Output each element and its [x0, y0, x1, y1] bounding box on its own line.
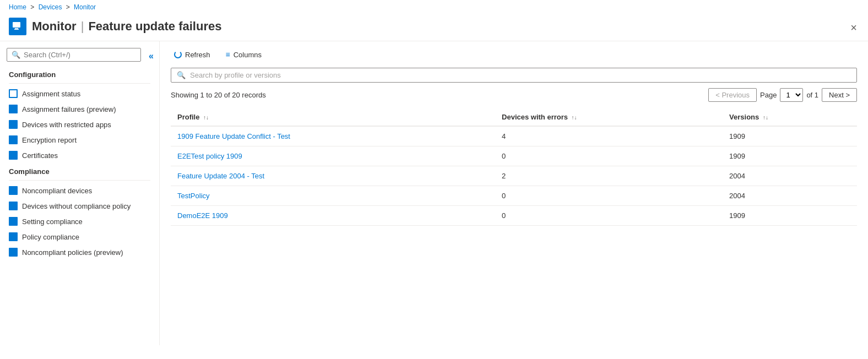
sidebar-item-devices-without-compliance[interactable]: Devices without compliance policy [0, 198, 159, 214]
sidebar-search-row: 🔍 « [0, 46, 159, 66]
sort-icon-versions: ↑↓ [763, 115, 768, 121]
svg-rect-1 [15, 28, 18, 29]
sidebar-item-noncompliant-devices[interactable]: Noncompliant devices [0, 183, 159, 198]
profile-link[interactable]: 1909 Feature Update Conflict - Test [177, 132, 290, 140]
section-title-configuration: Configuration [0, 66, 159, 81]
nav-icon [9, 248, 18, 257]
sidebar-item-setting-compliance[interactable]: Setting compliance [0, 214, 159, 229]
pagination-row: Showing 1 to 20 of 20 records < Previous… [171, 88, 857, 102]
nav-icon [9, 186, 18, 195]
breadcrumb: Home > Devices > Monitor [0, 0, 868, 14]
cell-versions: 1909 [723, 126, 857, 146]
sort-icon-devices-errors: ↑↓ [572, 115, 577, 121]
svg-rect-3 [10, 90, 17, 97]
sidebar-search-input[interactable] [24, 51, 136, 59]
sidebar-item-assignment-failures[interactable]: Assignment failures (preview) [0, 101, 159, 117]
nav-icon [9, 202, 18, 210]
profile-link[interactable]: E2ETest policy 1909 [177, 152, 242, 160]
cell-profile: DemoE2E 1909 [171, 206, 495, 226]
search-icon: 🔍 [12, 51, 20, 59]
cell-versions: 1909 [723, 206, 857, 226]
cell-versions: 1909 [723, 146, 857, 166]
cell-devices-errors: 0 [495, 186, 723, 206]
sidebar-item-certificates[interactable]: Certificates [0, 148, 159, 163]
nav-icon [9, 105, 18, 113]
table-row: TestPolicy02004 [171, 186, 857, 206]
title-row: Monitor|Feature update failures × [0, 14, 868, 41]
svg-rect-2 [14, 29, 19, 30]
columns-button[interactable]: ≡ Columns [223, 48, 265, 61]
next-button[interactable]: Next > [822, 88, 857, 102]
profile-link[interactable]: TestPolicy [177, 192, 210, 200]
close-button[interactable]: × [848, 20, 859, 35]
table-row: Feature Update 2004 - Test22004 [171, 166, 857, 186]
profile-link[interactable]: DemoE2E 1909 [177, 211, 228, 220]
table-row: DemoE2E 190901909 [171, 206, 857, 226]
sidebar-item-devices-restricted-apps[interactable]: Devices with restricted apps [0, 117, 159, 132]
sidebar-item-noncompliant-policies[interactable]: Noncompliant policies (preview) [0, 244, 159, 260]
sidebar-item-assignment-status[interactable]: Assignment status [0, 86, 159, 101]
cell-versions: 2004 [723, 166, 857, 186]
table-header-row: Profile ↑↓ Devices with errors ↑↓ Versio… [171, 108, 857, 126]
of-label: of 1 [806, 91, 818, 99]
content-search-icon: 🔍 [177, 71, 186, 79]
sidebar-item-encryption-report[interactable]: Encryption report [0, 132, 159, 148]
cell-profile: TestPolicy [171, 186, 495, 206]
sidebar-divider-1 [9, 83, 150, 84]
column-header-profile[interactable]: Profile ↑↓ [171, 108, 495, 126]
sidebar-divider-2 [9, 180, 150, 181]
nav-icon [9, 89, 18, 98]
cell-devices-errors: 0 [495, 146, 723, 166]
nav-icon [9, 232, 18, 241]
page-title: Monitor|Feature update failures [32, 19, 221, 34]
nav-icon [9, 120, 18, 129]
collapse-button[interactable]: « [145, 50, 157, 62]
page-label: Page [760, 91, 777, 99]
content-search-input[interactable] [190, 71, 851, 79]
table-row: 1909 Feature Update Conflict - Test41909 [171, 126, 857, 146]
main-layout: 🔍 « Configuration Assignment status Assi… [0, 41, 868, 345]
cell-profile: E2ETest policy 1909 [171, 146, 495, 166]
cell-profile: 1909 Feature Update Conflict - Test [171, 126, 495, 146]
breadcrumb-devices[interactable]: Devices [39, 3, 62, 11]
data-table: Profile ↑↓ Devices with errors ↑↓ Versio… [171, 108, 857, 226]
sidebar: 🔍 « Configuration Assignment status Assi… [0, 41, 160, 345]
columns-icon: ≡ [226, 50, 230, 59]
table-row: E2ETest policy 190901909 [171, 146, 857, 166]
sort-icon-profile: ↑↓ [203, 115, 209, 121]
cell-profile: Feature Update 2004 - Test [171, 166, 495, 186]
pagination-controls: < Previous Page 1 of 1 Next > [708, 88, 857, 102]
records-count: Showing 1 to 20 of 20 records [171, 91, 266, 99]
section-title-compliance: Compliance [0, 163, 159, 178]
cell-versions: 2004 [723, 186, 857, 206]
nav-icon [9, 151, 18, 160]
cell-devices-errors: 4 [495, 126, 723, 146]
page-select[interactable]: 1 [780, 88, 803, 102]
monitor-icon [9, 18, 26, 35]
breadcrumb-home[interactable]: Home [9, 3, 26, 11]
cell-devices-errors: 2 [495, 166, 723, 186]
nav-icon [9, 217, 18, 226]
nav-icon [9, 135, 18, 144]
refresh-icon [174, 51, 182, 58]
sidebar-item-policy-compliance[interactable]: Policy compliance [0, 229, 159, 244]
column-header-versions[interactable]: Versions ↑↓ [723, 108, 857, 126]
content-search-box: 🔍 [171, 68, 857, 83]
content-area: Refresh ≡ Columns 🔍 Showing 1 to 20 of 2… [160, 41, 868, 345]
previous-button[interactable]: < Previous [708, 88, 757, 102]
sidebar-search-box: 🔍 [7, 48, 141, 62]
refresh-button[interactable]: Refresh [171, 48, 214, 61]
cell-devices-errors: 0 [495, 206, 723, 226]
column-header-devices-errors[interactable]: Devices with errors ↑↓ [495, 108, 723, 126]
breadcrumb-monitor[interactable]: Monitor [74, 3, 96, 11]
toolbar: Refresh ≡ Columns [171, 48, 857, 61]
profile-link[interactable]: Feature Update 2004 - Test [177, 172, 264, 180]
svg-rect-0 [13, 22, 20, 28]
